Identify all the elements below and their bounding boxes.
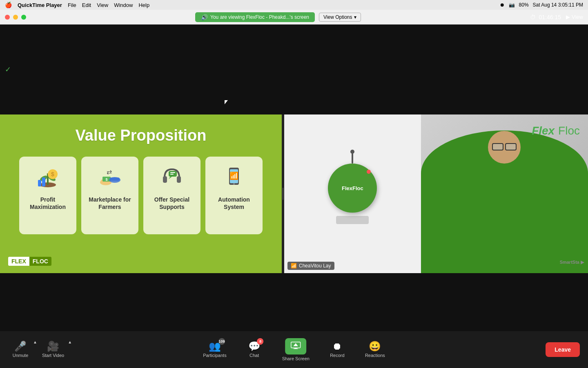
participants-button[interactable]: 👥 109 Participants xyxy=(200,339,229,360)
marketplace-icon: $ ⇄ xyxy=(98,163,122,192)
brand-flex: Flex xyxy=(532,124,555,137)
nametag-text: CheaVitou Lay xyxy=(299,263,331,269)
automation-icon: 📶 xyxy=(222,163,246,192)
support-icon xyxy=(160,163,184,192)
reactions-button[interactable]: 😀 Reactions xyxy=(362,339,388,360)
window-controls xyxy=(5,15,26,20)
view-label: View xyxy=(572,14,583,20)
titlebar: 🔊 You are viewing FlexFloc - Pheakd...'s… xyxy=(0,10,588,25)
view-button[interactable]: ▶ View xyxy=(566,14,583,20)
minimize-button[interactable] xyxy=(13,15,18,20)
svg-text:⇄: ⇄ xyxy=(107,168,112,175)
automation-card: 📶 Automation System xyxy=(205,157,263,234)
menu-edit[interactable]: Edit xyxy=(82,2,91,8)
green-check-icon: ✓ xyxy=(5,65,11,74)
svg-marker-18 xyxy=(169,177,172,179)
camera-panel: FlexFloc xyxy=(284,114,588,273)
device-area: FlexFloc xyxy=(284,114,421,273)
device-label: FlexFloc xyxy=(342,185,363,191)
svg-rect-16 xyxy=(177,176,181,183)
svg-rect-15 xyxy=(163,176,167,183)
panel-divider[interactable] xyxy=(282,114,284,273)
camera-nametag: 📶 CheaVitou Lay xyxy=(287,262,334,270)
maximize-button[interactable] xyxy=(21,15,26,20)
smartstar-overlay: SmartSta ▶ xyxy=(560,260,584,265)
chat-button[interactable]: 💬 8 Chat xyxy=(242,339,267,360)
start-video-label: Start Video xyxy=(42,353,64,358)
video-area: Value Proposition xyxy=(0,114,588,273)
svg-marker-26 xyxy=(294,343,298,346)
antenna xyxy=(352,151,353,164)
screen-share-indicator: 🔊 You are viewing FlexFloc - Pheakd...'s… xyxy=(195,12,315,22)
slide-title: Value Proposition xyxy=(76,127,207,144)
value-cards: $ Profit Maximization xyxy=(19,157,263,234)
svg-text:📶: 📶 xyxy=(229,171,239,180)
timer-icon: ⏱ xyxy=(530,14,536,20)
unmute-button[interactable]: 🎤 Unmute xyxy=(8,339,33,360)
support-label: Offer Special Supports xyxy=(148,196,196,211)
record-indicator: ⏺ xyxy=(500,2,505,8)
toolbar-left: 🎤 Unmute ▲ 🎥 Start Video ▲ xyxy=(8,339,72,360)
camera-content: FlexFloc xyxy=(284,114,588,273)
signal-icon: 📶 xyxy=(291,263,297,269)
svg-rect-6 xyxy=(38,180,41,186)
svg-rect-7 xyxy=(42,177,45,186)
record-button[interactable]: ⏺ Record xyxy=(325,339,350,360)
battery-percent: 80% xyxy=(519,2,529,8)
reactions-icon: 😀 xyxy=(369,341,381,351)
person-head xyxy=(488,131,521,164)
view-icon: ▶ xyxy=(566,14,570,20)
person-area: Flex Floc SmartSta ▶ xyxy=(421,114,588,273)
device-visual: FlexFloc xyxy=(328,164,377,224)
svg-rect-28 xyxy=(294,348,298,349)
menu-window[interactable]: Window xyxy=(114,2,133,8)
menubar: 🍎 QuickTime Player File Edit View Window… xyxy=(0,0,588,10)
video-icon: 🎥 xyxy=(47,341,59,351)
menu-help[interactable]: Help xyxy=(138,2,149,8)
app-name: QuickTime Player xyxy=(18,2,62,8)
mouse-cursor xyxy=(225,100,231,107)
svg-rect-20 xyxy=(170,174,174,175)
profit-label: Profit Maximization xyxy=(24,196,71,211)
bottom-black-area xyxy=(0,273,588,331)
close-button[interactable] xyxy=(5,15,10,20)
chevron-down-icon: ▾ xyxy=(354,14,356,20)
participants-icon: 👥 109 xyxy=(209,341,221,351)
flexfloc-logo: FLEX FLOC xyxy=(8,257,51,266)
share-screen-button[interactable]: Share Screen xyxy=(279,336,313,364)
brand-overlay: Flex Floc xyxy=(532,123,580,138)
device-base xyxy=(336,216,369,224)
leave-button[interactable]: Leave xyxy=(546,342,580,357)
camera-indicator: 📷 xyxy=(509,2,515,8)
video-group: 🎥 Start Video ▲ xyxy=(39,339,72,360)
svg-point-24 xyxy=(233,183,235,185)
profit-icon: $ xyxy=(36,163,60,192)
video-arrow[interactable]: ▲ xyxy=(68,340,72,344)
marketplace-label: Marketplace for Farmers xyxy=(86,196,134,211)
brand-floc: Floc xyxy=(558,124,580,137)
unmute-arrow[interactable]: ▲ xyxy=(33,340,37,344)
timer-value: 01:46:15 xyxy=(539,14,561,20)
slide-panel: Value Proposition xyxy=(0,114,282,273)
participants-label: Participants xyxy=(203,353,226,358)
support-card: Offer Special Supports xyxy=(143,157,200,234)
reactions-label: Reactions xyxy=(365,353,385,358)
menu-file[interactable]: File xyxy=(68,2,76,8)
share-screen-label: Share Screen xyxy=(282,356,310,361)
automation-label: Automation System xyxy=(210,196,258,211)
start-video-button[interactable]: 🎥 Start Video xyxy=(39,339,67,360)
menu-view[interactable]: View xyxy=(97,2,108,8)
cursor-area xyxy=(225,100,231,107)
toolbar-center: 👥 109 Participants 💬 8 Chat xyxy=(200,336,388,364)
top-black-area: ✓ xyxy=(0,25,588,114)
flexfloc-device: FlexFloc xyxy=(328,164,377,213)
participants-count: 109 xyxy=(218,338,225,345)
view-options-button[interactable]: View Options ▾ xyxy=(319,13,361,22)
main-area: ✓ Value Proposition xyxy=(0,25,588,331)
svg-text:$: $ xyxy=(105,177,107,182)
toolbar-right: Leave xyxy=(546,342,580,357)
view-options-label: View Options xyxy=(323,14,352,20)
toolbar: 🎤 Unmute ▲ 🎥 Start Video ▲ 👥 109 Partici… xyxy=(0,331,588,368)
svg-rect-13 xyxy=(110,177,120,181)
logo-flex: FLEX xyxy=(8,257,29,266)
